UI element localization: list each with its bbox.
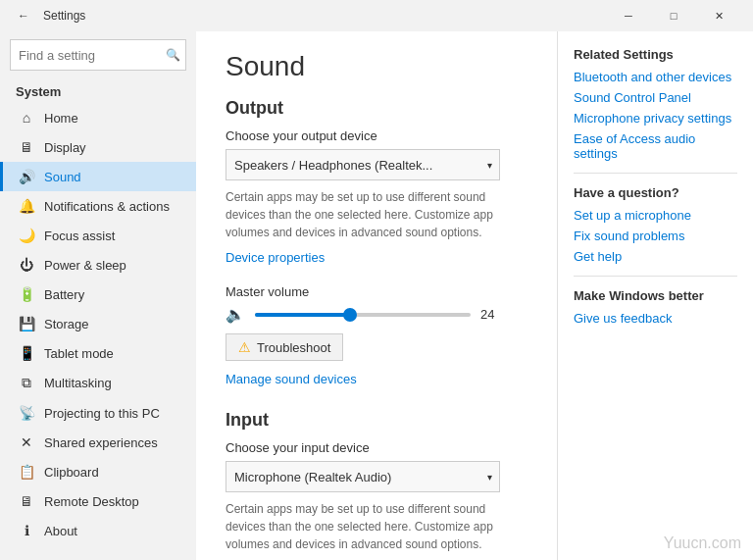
related-link[interactable]: Sound Control Panel: [574, 90, 737, 105]
input-device-select[interactable]: Microphone (Realtek Audio): [226, 461, 500, 492]
input-section-title: Input: [226, 410, 527, 431]
minimize-button[interactable]: ─: [606, 0, 651, 31]
sidebar-label-about: About: [44, 524, 77, 538]
better-links-container: Give us feedback: [574, 311, 737, 326]
sidebar-item-remote[interactable]: 🖥Remote Desktop: [0, 486, 196, 516]
maximize-button[interactable]: □: [651, 0, 696, 31]
sidebar-label-clipboard: Clipboard: [44, 465, 99, 480]
volume-thumb[interactable]: [343, 308, 357, 322]
output-info-text: Certain apps may be set up to use differ…: [226, 188, 527, 241]
output-troubleshoot-button[interactable]: ⚠ Troubleshoot: [226, 333, 343, 361]
sidebar-items-container: ⌂Home🖥Display🔊Sound🔔Notifications & acti…: [0, 103, 196, 545]
output-troubleshoot-label: Troubleshoot: [257, 340, 330, 355]
related-link[interactable]: Bluetooth and other devices: [574, 70, 737, 84]
main-container: 🔍 System ⌂Home🖥Display🔊Sound🔔Notificatio…: [0, 31, 753, 560]
sidebar-item-about[interactable]: ℹAbout: [0, 516, 196, 545]
sidebar-item-notifications[interactable]: 🔔Notifications & actions: [0, 191, 196, 221]
sidebar-item-focus[interactable]: 🌙Focus assist: [0, 221, 196, 250]
volume-slider-fill: [255, 313, 350, 317]
titlebar-title: Settings: [43, 9, 85, 23]
related-links-container: Bluetooth and other devicesSound Control…: [574, 70, 737, 161]
sidebar-icon-notifications: 🔔: [19, 198, 34, 214]
sidebar-item-power[interactable]: ⏻Power & sleep: [0, 250, 196, 280]
sidebar-item-sound[interactable]: 🔊Sound: [0, 162, 196, 191]
master-volume-label: Master volume: [226, 284, 527, 299]
input-info-text: Certain apps may be set up to use differ…: [226, 500, 527, 553]
sidebar-icon-tablet: 📱: [19, 345, 34, 361]
sidebar-item-clipboard[interactable]: 📋Clipboard: [0, 457, 196, 486]
sidebar-item-home[interactable]: ⌂Home: [0, 103, 196, 132]
output-device-label: Choose your output device: [226, 128, 527, 143]
sidebar-icon-storage: 💾: [19, 316, 34, 331]
sidebar-icon-focus: 🌙: [19, 228, 34, 243]
window-controls: ─ □ ✕: [606, 0, 741, 31]
sidebar-icon-sound: 🔊: [19, 169, 34, 184]
back-button[interactable]: ←: [12, 4, 35, 27]
sidebar-icon-projecting: 📡: [19, 405, 34, 421]
sidebar-label-shared: Shared experiences: [44, 435, 158, 450]
output-section-title: Output: [226, 98, 527, 119]
sidebar-icon-remote: 🖥: [19, 493, 34, 509]
sidebar-item-tablet[interactable]: 📱Tablet mode: [0, 338, 196, 368]
close-button[interactable]: ✕: [696, 0, 741, 31]
input-device-label: Choose your input device: [226, 440, 527, 455]
sidebar-icon-clipboard: 📋: [19, 464, 34, 480]
sidebar-icon-power: ⏻: [19, 257, 34, 273]
better-link[interactable]: Give us feedback: [574, 311, 737, 326]
sidebar-item-shared[interactable]: ✕Shared experiences: [0, 428, 196, 457]
question-link[interactable]: Fix sound problems: [574, 229, 737, 243]
volume-icon: 🔈: [226, 305, 245, 324]
output-device-dropdown-wrapper: Speakers / Headphones (Realtek... ▾: [226, 149, 500, 180]
page-title: Sound: [226, 51, 527, 82]
volume-row: 🔈 24: [226, 305, 527, 324]
question-title: Have a question?: [574, 185, 737, 200]
sidebar-label-storage: Storage: [44, 317, 89, 331]
input-device-dropdown-wrapper: Microphone (Realtek Audio) ▾: [226, 461, 500, 492]
panel-divider-2: [574, 276, 737, 277]
content-area: Sound Output Choose your output device S…: [196, 31, 557, 560]
sidebar-icon-multitasking: ⧉: [19, 375, 34, 391]
sidebar-label-remote: Remote Desktop: [44, 494, 139, 509]
sidebar-icon-about: ℹ: [19, 523, 34, 538]
warn-icon: ⚠: [238, 339, 251, 355]
related-settings-title: Related Settings: [574, 47, 737, 62]
sidebar-icon-shared: ✕: [19, 434, 34, 450]
search-icon: 🔍: [166, 48, 180, 62]
sidebar-label-projecting: Projecting to this PC: [44, 406, 160, 421]
search-input[interactable]: [10, 39, 186, 71]
sidebar-icon-home: ⌂: [19, 110, 34, 126]
sidebar-label-focus: Focus assist: [44, 229, 115, 243]
system-label: System: [0, 78, 196, 103]
sidebar-item-multitasking[interactable]: ⧉Multitasking: [0, 368, 196, 398]
better-title: Make Windows better: [574, 288, 737, 303]
sidebar-label-battery: Battery: [44, 287, 84, 302]
sidebar-icon-display: 🖥: [19, 139, 34, 155]
output-device-select[interactable]: Speakers / Headphones (Realtek...: [226, 149, 500, 180]
related-link[interactable]: Ease of Access audio settings: [574, 131, 737, 161]
related-link[interactable]: Microphone privacy settings: [574, 111, 737, 126]
volume-value: 24: [480, 307, 510, 322]
search-box: 🔍: [10, 39, 186, 71]
question-link[interactable]: Get help: [574, 249, 737, 264]
sidebar-label-tablet: Tablet mode: [44, 346, 114, 361]
sidebar-item-battery[interactable]: 🔋Battery: [0, 280, 196, 309]
titlebar: ← Settings ─ □ ✕: [0, 0, 753, 31]
sidebar-item-storage[interactable]: 💾Storage: [0, 309, 196, 338]
question-links-container: Set up a microphoneFix sound problemsGet…: [574, 208, 737, 264]
sidebar-item-projecting[interactable]: 📡Projecting to this PC: [0, 398, 196, 428]
sidebar-label-display: Display: [44, 140, 86, 155]
question-link[interactable]: Set up a microphone: [574, 208, 737, 223]
sidebar-label-notifications: Notifications & actions: [44, 199, 170, 214]
sidebar: 🔍 System ⌂Home🖥Display🔊Sound🔔Notificatio…: [0, 31, 196, 560]
sidebar-label-multitasking: Multitasking: [44, 376, 112, 390]
sidebar-icon-battery: 🔋: [19, 286, 34, 302]
sidebar-label-sound: Sound: [44, 170, 81, 184]
sidebar-label-home: Home: [44, 111, 78, 126]
panel-divider-1: [574, 173, 737, 174]
volume-slider[interactable]: [255, 313, 471, 317]
right-panel: Related Settings Bluetooth and other dev…: [557, 31, 753, 560]
output-device-properties-link[interactable]: Device properties: [226, 250, 325, 265]
sidebar-label-power: Power & sleep: [44, 258, 126, 273]
sidebar-item-display[interactable]: 🖥Display: [0, 132, 196, 162]
manage-sound-devices-link[interactable]: Manage sound devices: [226, 372, 357, 386]
